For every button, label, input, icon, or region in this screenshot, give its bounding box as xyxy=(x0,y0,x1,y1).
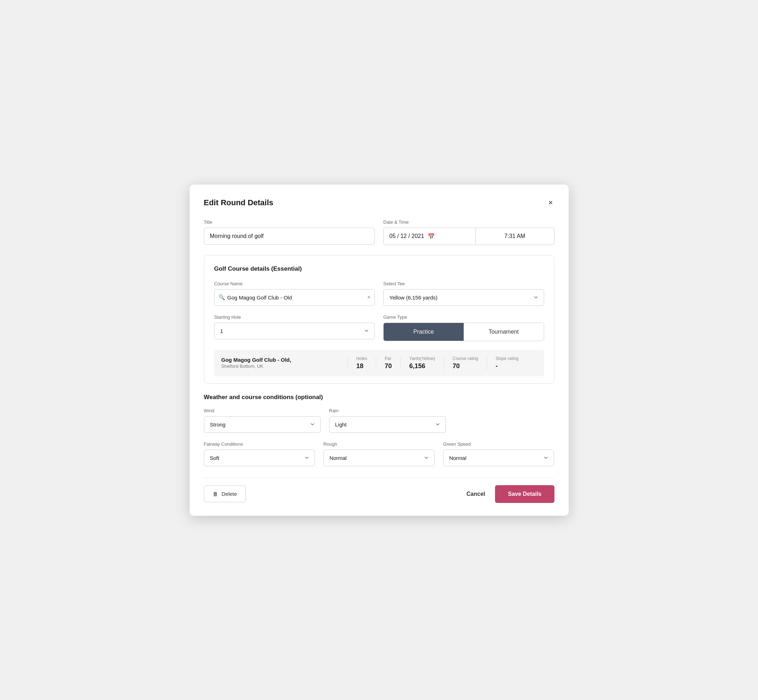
delete-label: Delete xyxy=(222,491,237,497)
rain-dropdown[interactable]: None Light Moderate Heavy xyxy=(329,416,446,433)
select-tee-label: Select Tee xyxy=(383,281,544,286)
fairway-group: Fairway Conditions Soft Normal Hard Very… xyxy=(204,441,315,466)
slope-rating-value: - xyxy=(496,362,498,370)
course-info-name-main: Gog Magog Golf Club - Old, xyxy=(221,357,348,363)
time-value: 7:31 AM xyxy=(504,233,525,239)
rain-group: Rain None Light Moderate Heavy xyxy=(329,408,446,433)
clear-course-icon[interactable]: × xyxy=(367,294,370,300)
datetime-label: Date & Time xyxy=(383,219,554,225)
course-info-bar: Gog Magog Golf Club - Old, Shelford Bott… xyxy=(214,350,544,376)
hole-gametype-row: Starting Hole 1 2 3 4 5 Game Type Practi… xyxy=(214,314,544,341)
par-value: 70 xyxy=(385,362,392,370)
edit-round-modal: Edit Round Details × Title Date & Time 0… xyxy=(190,184,568,516)
datetime-field-group: Date & Time 05 / 12 / 2021 📅 7:31 AM xyxy=(383,219,554,245)
cancel-button[interactable]: Cancel xyxy=(467,491,485,497)
rough-label: Rough xyxy=(324,441,434,447)
rain-label: Rain xyxy=(329,408,446,413)
footer-row: 🗑 Delete Cancel Save Details xyxy=(204,478,554,503)
holes-stat: Holes 18 xyxy=(347,356,376,370)
select-tee-group: Select Tee Yellow (6,156 yards) White Re… xyxy=(383,281,544,306)
delete-button[interactable]: 🗑 Delete xyxy=(204,486,246,502)
yards-value: 6,156 xyxy=(409,362,425,370)
par-label: Par xyxy=(385,356,392,361)
game-type-label: Game Type xyxy=(383,314,544,320)
game-type-toggle: Practice Tournament xyxy=(383,323,544,341)
game-type-group: Game Type Practice Tournament xyxy=(383,314,544,341)
save-button[interactable]: Save Details xyxy=(495,485,554,503)
holes-value: 18 xyxy=(356,362,363,370)
slope-rating-stat: Slope rating - xyxy=(487,356,527,370)
course-stats: Holes 18 Par 70 Yards(Yellow) 6,156 Cour… xyxy=(347,356,537,370)
top-fields-row: Title Date & Time 05 / 12 / 2021 📅 7:31 … xyxy=(204,219,554,245)
wind-rain-row: Wind Calm Light Moderate Strong Very Str… xyxy=(204,408,446,433)
title-label: Title xyxy=(204,219,375,225)
weather-section-title: Weather and course conditions (optional) xyxy=(204,394,554,401)
practice-button[interactable]: Practice xyxy=(384,323,464,341)
close-button[interactable]: × xyxy=(547,197,554,208)
green-speed-group: Green Speed Slow Normal Fast Very Fast xyxy=(443,441,554,466)
course-tee-row: Course Name 🔍 × Select Tee Yellow (6,156… xyxy=(214,281,544,306)
course-info-name-block: Gog Magog Golf Club - Old, Shelford Bott… xyxy=(221,357,348,369)
select-tee-dropdown[interactable]: Yellow (6,156 yards) White Red Blue xyxy=(383,289,544,306)
yards-label: Yards(Yellow) xyxy=(409,356,435,361)
course-rating-label: Course rating xyxy=(453,356,478,361)
green-speed-dropdown[interactable]: Slow Normal Fast Very Fast xyxy=(443,450,554,466)
golf-course-section-title: Golf Course details (Essential) xyxy=(214,266,544,272)
golf-course-section: Golf Course details (Essential) Course N… xyxy=(204,255,554,384)
starting-hole-dropdown[interactable]: 1 2 3 4 5 xyxy=(214,323,375,339)
search-icon: 🔍 xyxy=(219,294,225,300)
slope-rating-label: Slope rating xyxy=(496,356,518,361)
wind-group: Wind Calm Light Moderate Strong Very Str… xyxy=(204,408,321,433)
time-input-box[interactable]: 7:31 AM xyxy=(476,228,554,245)
green-speed-label: Green Speed xyxy=(443,441,554,447)
conditions-row: Fairway Conditions Soft Normal Hard Very… xyxy=(204,441,554,466)
modal-header: Edit Round Details × xyxy=(204,197,554,208)
holes-label: Holes xyxy=(356,356,367,361)
course-name-label: Course Name xyxy=(214,281,375,286)
weather-section: Weather and course conditions (optional)… xyxy=(204,394,554,466)
tournament-button[interactable]: Tournament xyxy=(464,323,544,341)
course-name-input[interactable] xyxy=(214,289,375,306)
course-rating-value: 70 xyxy=(453,362,460,370)
starting-hole-group: Starting Hole 1 2 3 4 5 xyxy=(214,314,375,341)
rough-dropdown[interactable]: Short Normal Long Very Long xyxy=(324,450,434,466)
footer-right: Cancel Save Details xyxy=(467,485,554,503)
wind-dropdown[interactable]: Calm Light Moderate Strong Very Strong xyxy=(204,416,321,433)
rough-group: Rough Short Normal Long Very Long xyxy=(324,441,434,466)
wind-label: Wind xyxy=(204,408,321,413)
trash-icon: 🗑 xyxy=(213,491,218,497)
date-input-box[interactable]: 05 / 12 / 2021 📅 xyxy=(383,228,476,245)
fairway-label: Fairway Conditions xyxy=(204,441,315,447)
course-name-input-wrap: 🔍 × xyxy=(214,289,375,306)
calendar-icon: 📅 xyxy=(428,233,435,240)
course-info-location: Shelford Bottom, UK xyxy=(221,364,348,369)
course-name-group: Course Name 🔍 × xyxy=(214,281,375,306)
date-value: 05 / 12 / 2021 xyxy=(389,233,424,239)
par-stat: Par 70 xyxy=(376,356,400,370)
datetime-row: 05 / 12 / 2021 📅 7:31 AM xyxy=(383,228,554,245)
starting-hole-label: Starting Hole xyxy=(214,314,375,320)
fairway-dropdown[interactable]: Soft Normal Hard Very Hard xyxy=(204,450,315,466)
course-rating-stat: Course rating 70 xyxy=(444,356,487,370)
title-input[interactable] xyxy=(204,228,375,245)
yards-stat: Yards(Yellow) 6,156 xyxy=(400,356,444,370)
title-field-group: Title xyxy=(204,219,375,245)
modal-title: Edit Round Details xyxy=(204,198,274,207)
